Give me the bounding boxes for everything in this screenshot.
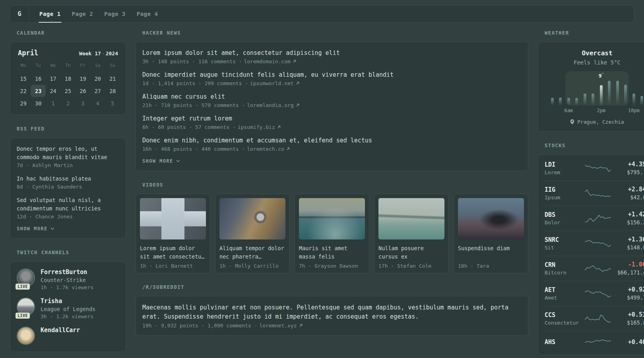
video-thumbnail[interactable]	[458, 198, 524, 239]
calendar-day[interactable]: 20	[90, 72, 105, 85]
rss-item-title[interactable]: Donec tempor eros leo, ut commodo mauris…	[17, 145, 119, 161]
video-title[interactable]: Suspendisse diam	[458, 244, 524, 261]
stock-change: +0.92%	[613, 286, 644, 293]
nav-tab-page-3[interactable]: Page 3	[99, 6, 131, 22]
stock-row[interactable]: SNRCSit+1.36%$148.64	[545, 231, 644, 256]
current-temp-label: 9°	[599, 72, 604, 79]
hn-item-title[interactable]: Lorem ipsum dolor sit amet, consectetur …	[142, 49, 522, 57]
nav-tab-page-2[interactable]: Page 2	[66, 6, 99, 22]
video-thumbnail[interactable]	[299, 198, 365, 239]
avatar[interactable]	[17, 327, 35, 345]
stock-name: Amet	[545, 295, 583, 301]
calendar-day[interactable]: 28	[105, 85, 120, 97]
calendar-day[interactable]: 5	[105, 97, 120, 109]
calendar-day[interactable]: 24	[46, 85, 60, 97]
video-thumbnail[interactable]	[140, 198, 206, 239]
nav-tab-page-1[interactable]: Page 1	[34, 6, 66, 22]
page-tabs: Page 1Page 2Page 3Page 4	[29, 6, 168, 22]
calendar-weekday-header: Su	[105, 63, 120, 72]
video-card[interactable]: Nullam posuere cursus ex17h · Stefan Col…	[374, 194, 449, 273]
calendar-section-title: CALENDAR	[17, 30, 126, 36]
hn-item-domain[interactable]: ipsumworld.net	[250, 80, 294, 86]
stock-row[interactable]: CRNBitcorn-1.00%$66,171.48	[545, 256, 644, 281]
video-card[interactable]: Lorem ipsum dolor sit amet consectetu…1h…	[136, 194, 210, 273]
show-more-button[interactable]: SHOW MORE	[17, 226, 119, 232]
weather-time-axis: 6am2pm10pm	[548, 107, 644, 113]
stock-symbol: AET	[545, 286, 583, 294]
app-logo[interactable]: G	[10, 6, 29, 22]
calendar-day[interactable]: 21	[105, 72, 120, 85]
hn-item-domain[interactable]: ipsumify.biz	[238, 124, 275, 130]
stock-symbol: CRN	[545, 261, 583, 268]
video-title[interactable]: Mauris sit amet massa felis	[299, 244, 365, 261]
video-title[interactable]: Aliquam tempor dolor nec pharetra…	[219, 244, 285, 261]
reddit-post-meta: 19h · 9,932 points · 1,090 comments ·lor…	[142, 323, 522, 329]
calendar-month: April	[18, 49, 38, 57]
twitch-section-title: TWITCH CHANNELS	[17, 250, 126, 255]
hn-item: Donec enim nibh, condimentum et accumsan…	[142, 136, 522, 152]
video-thumbnail[interactable]	[378, 198, 444, 239]
calendar-day-selected[interactable]: 23	[31, 85, 45, 97]
stock-row[interactable]: AHS+0.46%	[545, 331, 644, 353]
video-title[interactable]: Lorem ipsum dolor sit amet consectetu…	[140, 244, 206, 261]
weather-bar-slot	[622, 81, 630, 105]
external-link-icon	[296, 103, 299, 107]
calendar-day[interactable]: 4	[90, 97, 105, 109]
hn-item-title[interactable]: Aliquam nec cursus elit	[142, 93, 522, 101]
stock-row[interactable]: CCSConsectetur+0.51%$165.84	[545, 306, 644, 331]
weather-bar	[584, 93, 586, 105]
video-title[interactable]: Nullam posuere cursus ex	[378, 244, 444, 261]
hn-item-domain[interactable]: loremdomain.com	[244, 58, 290, 64]
calendar-day[interactable]: 30	[31, 97, 45, 109]
calendar-day[interactable]: 18	[60, 72, 75, 85]
show-more-label: SHOW MORE	[142, 158, 173, 164]
calendar-day[interactable]: 29	[16, 97, 31, 109]
reddit-post-title[interactable]: Maecenas mollis pulvinar erat non posuer…	[142, 303, 522, 321]
hn-item-domain[interactable]: loremtech.co	[247, 146, 284, 152]
reddit-post-domain[interactable]: loremnet.xyz	[260, 323, 297, 329]
calendar-day[interactable]: 3	[76, 97, 90, 109]
video-card[interactable]: Mauris sit amet massa felis7h · Grayson …	[295, 194, 369, 273]
calendar-day[interactable]: 15	[16, 72, 31, 85]
right-column: WEATHER Overcast Feels like 5°C 9°6am2pm…	[538, 30, 644, 358]
rss-item-title[interactable]: In hac habitasse platea	[17, 175, 119, 183]
twitch-channel-name[interactable]: Trisha	[41, 298, 95, 305]
calendar-day[interactable]: 25	[60, 85, 75, 97]
videos-carousel[interactable]: Lorem ipsum dolor sit amet consectetu…1h…	[136, 194, 528, 273]
calendar-day[interactable]: 27	[90, 85, 105, 97]
hn-item-title[interactable]: Donec enim nibh, condimentum et accumsan…	[142, 136, 522, 145]
video-card[interactable]: Suspendisse diam18h · Tara	[454, 194, 528, 273]
hn-item-title[interactable]: Integer eget rutrum lorem	[142, 115, 522, 123]
stock-sparkline	[583, 237, 613, 249]
calendar-day[interactable]: 2	[60, 97, 75, 109]
live-badge: LIVE	[16, 284, 30, 290]
hn-item-title[interactable]: Donec imperdiet augue tincidunt felis al…	[142, 71, 522, 79]
stock-row[interactable]: IIGIpsum+2.84%$42.04	[545, 181, 644, 206]
weather-bar	[575, 98, 578, 105]
calendar-day[interactable]: 19	[76, 72, 90, 85]
hackernews-section: HACKER NEWS Lorem ipsum dolor sit amet, …	[136, 30, 528, 171]
stock-identity: SNRCSit	[545, 236, 583, 251]
weather-time-tick: 10pm	[628, 108, 640, 113]
twitch-channel-name[interactable]: ForrestBurton	[41, 268, 93, 276]
stock-row[interactable]: AETAmet+0.92%$499.72	[545, 281, 644, 306]
weather-bar-slot	[597, 81, 605, 105]
hn-item-domain[interactable]: loremlandia.org	[247, 102, 293, 108]
calendar-day[interactable]: 16	[31, 72, 45, 85]
calendar-day[interactable]: 26	[76, 85, 90, 97]
hn-item-stats: 16h · 468 points · 440 comments ·	[142, 146, 245, 152]
video-thumbnail[interactable]	[219, 198, 285, 239]
twitch-channel-name[interactable]: KendallCarr	[41, 327, 80, 334]
video-card[interactable]: Aliquam tempor dolor nec pharetra…1h · M…	[215, 194, 290, 273]
show-more-button[interactable]: SHOW MORE	[142, 158, 522, 164]
dashboard-columns: CALENDAR April Week 17·2024 MoTuWeThFrSa…	[10, 30, 634, 358]
rss-item-title[interactable]: Sed volutpat nulla nisl, a condimentum n…	[17, 196, 119, 213]
stock-row[interactable]: LDILorem+4.35%$795.18	[545, 156, 644, 181]
calendar-day[interactable]: 22	[16, 85, 31, 97]
nav-tab-page-4[interactable]: Page 4	[131, 6, 164, 22]
calendar-day[interactable]: 17	[46, 72, 60, 85]
stock-row[interactable]: DBSDolor+1.42%$156.28	[545, 206, 644, 231]
calendar-section: CALENDAR April Week 17·2024 MoTuWeThFrSa…	[10, 30, 126, 115]
calendar-day[interactable]: 1	[46, 97, 60, 109]
stock-values: +4.35%$795.18	[613, 161, 644, 175]
